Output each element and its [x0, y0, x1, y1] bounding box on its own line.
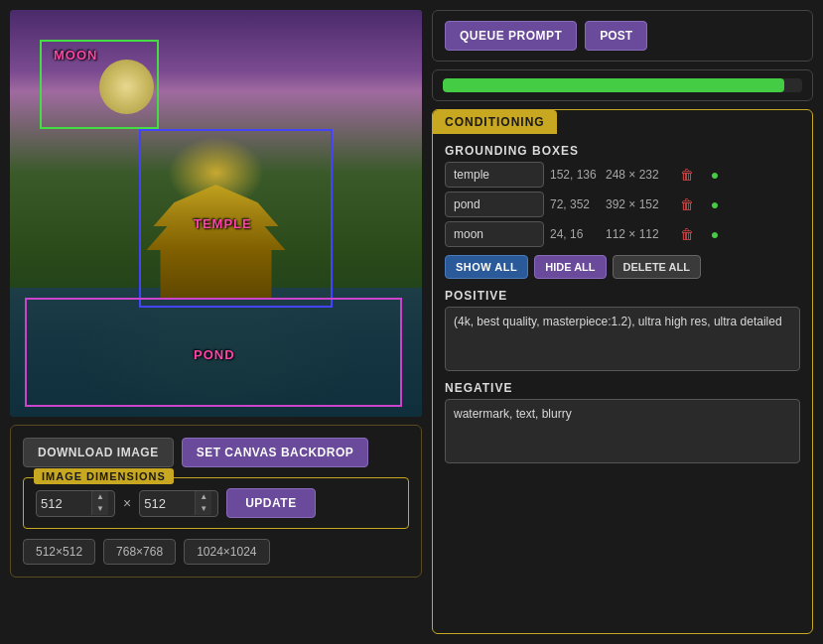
box-size-temple: 248 × 232 [606, 168, 670, 182]
grounding-actions: SHOW ALL HIDE ALL DELETE ALL [445, 255, 800, 279]
conditioning-tab[interactable]: CONDITIONING [433, 110, 557, 134]
times-separator: × [123, 495, 131, 511]
queue-prompt-button[interactable]: QUEUE PROMPT [445, 21, 577, 51]
trash-icon: 🗑 [680, 196, 694, 212]
height-up-button[interactable]: ▲ [196, 491, 211, 503]
grounding-boxes-section: GROUNDING BOXES 152, 136 248 × 232 🗑 ● [445, 144, 800, 279]
height-spinner[interactable]: ▲ ▼ [139, 490, 218, 517]
progress-bar-container [432, 69, 813, 101]
eye-icon: ● [711, 167, 719, 183]
download-image-button[interactable]: DOWNLOAD IMAGE [23, 438, 174, 467]
canvas-area: MOON TEMPLE POND [10, 10, 422, 417]
top-bar: QUEUE PROMPT POST [432, 10, 813, 62]
positive-prompt-section: POSITIVE (4k, best quality, masterpiece:… [445, 289, 800, 371]
image-actions-row: DOWNLOAD IMAGE SET CANVAS BACKDROP [23, 438, 409, 467]
label-temple: TEMPLE [194, 216, 252, 231]
height-spinner-buttons: ▲ ▼ [195, 491, 211, 515]
grounding-boxes-title: GROUNDING BOXES [445, 144, 800, 158]
delete-moon-button[interactable]: 🗑 [676, 223, 698, 245]
dims-input-row: ▲ ▼ × ▲ ▼ UPDATE [36, 488, 396, 518]
width-spinner-buttons: ▲ ▼ [91, 491, 108, 515]
grounding-table: 152, 136 248 × 232 🗑 ● 72, 352 392 × [445, 162, 800, 247]
update-button[interactable]: UPDATE [226, 488, 315, 518]
conditioning-body: GROUNDING BOXES 152, 136 248 × 232 🗑 ● [433, 134, 812, 633]
progress-bar-track [443, 78, 802, 92]
set-canvas-backdrop-button[interactable]: SET CANVAS BACKDROP [182, 438, 369, 467]
preset-512-button[interactable]: 512×512 [23, 539, 95, 565]
height-down-button[interactable]: ▼ [196, 503, 211, 515]
box-size-pond: 392 × 152 [606, 197, 670, 211]
preset-768-button[interactable]: 768×768 [103, 539, 176, 565]
trash-icon: 🗑 [680, 226, 694, 242]
table-row: 152, 136 248 × 232 🗑 ● [445, 162, 800, 188]
left-panel: MOON TEMPLE POND DOWNLOAD IMAGE SET CANV… [10, 10, 422, 634]
trash-icon: 🗑 [680, 167, 694, 183]
toggle-temple-button[interactable]: ● [704, 164, 726, 186]
width-up-button[interactable]: ▲ [92, 491, 108, 503]
height-input[interactable] [140, 491, 195, 516]
label-moon: MOON [54, 48, 97, 63]
width-input[interactable] [37, 491, 91, 516]
toggle-pond-button[interactable]: ● [704, 193, 726, 215]
box-coords-temple: 152, 136 [550, 168, 600, 182]
eye-icon: ● [711, 226, 719, 242]
preset-1024-button[interactable]: 1024×1024 [184, 539, 269, 565]
image-dimensions-legend: IMAGE DIMENSIONS [34, 468, 174, 484]
box-name-moon[interactable] [445, 221, 544, 247]
hide-all-button[interactable]: HIDE ALL [534, 255, 606, 279]
positive-textarea[interactable]: (4k, best quality, masterpiece:1.2), ult… [445, 307, 800, 371]
show-all-button[interactable]: SHOW ALL [445, 255, 528, 279]
label-pond: POND [194, 347, 235, 362]
table-row: 72, 352 392 × 152 🗑 ● [445, 192, 800, 217]
conditioning-panel: CONDITIONING GROUNDING BOXES 152, 136 24… [432, 109, 813, 634]
right-panel: QUEUE PROMPT POST CONDITIONING GROUNDING… [432, 10, 813, 634]
box-name-temple[interactable] [445, 162, 544, 188]
width-spinner[interactable]: ▲ ▼ [36, 490, 115, 517]
image-dimensions-fieldset: IMAGE DIMENSIONS ▲ ▼ × ▲ ▼ [23, 477, 409, 529]
negative-prompt-section: NEGATIVE watermark, text, blurry [445, 381, 800, 463]
negative-textarea[interactable]: watermark, text, blurry [445, 399, 800, 463]
negative-label: NEGATIVE [445, 381, 800, 395]
eye-icon: ● [711, 196, 719, 212]
bottom-controls: DOWNLOAD IMAGE SET CANVAS BACKDROP IMAGE… [10, 425, 422, 578]
delete-all-button[interactable]: DELETE ALL [613, 255, 701, 279]
box-name-pond[interactable] [445, 192, 544, 217]
box-coords-pond: 72, 352 [550, 197, 600, 211]
box-size-moon: 112 × 112 [606, 227, 670, 241]
width-down-button[interactable]: ▼ [92, 503, 108, 515]
delete-pond-button[interactable]: 🗑 [676, 193, 698, 215]
post-button[interactable]: POST [585, 21, 647, 51]
box-coords-moon: 24, 16 [550, 227, 600, 241]
toggle-moon-button[interactable]: ● [704, 223, 726, 245]
preset-buttons-row: 512×512 768×768 1024×1024 [23, 539, 409, 565]
progress-bar-fill [443, 78, 784, 92]
delete-temple-button[interactable]: 🗑 [676, 164, 698, 186]
table-row: 24, 16 112 × 112 🗑 ● [445, 221, 800, 247]
positive-label: POSITIVE [445, 289, 800, 303]
